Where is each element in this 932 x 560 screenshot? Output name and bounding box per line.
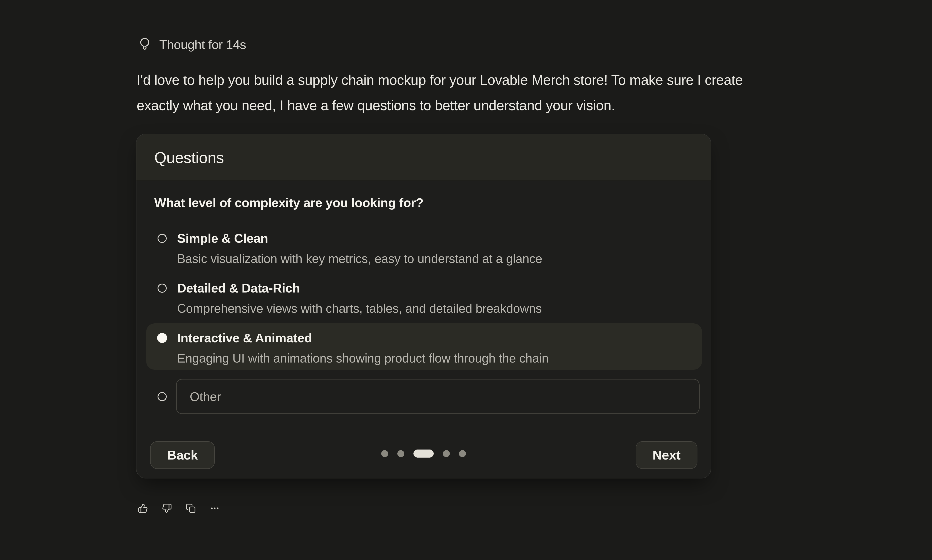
thumbs-up-button[interactable]: [138, 503, 148, 513]
pagination-dot: [459, 450, 466, 457]
radio-unchecked-icon[interactable]: [157, 234, 167, 243]
option-simple-clean[interactable]: Simple & Clean Basic visualization with …: [146, 224, 702, 270]
question-text: What level of complexity are you looking…: [154, 193, 424, 212]
thought-label: Thought for 14s: [159, 37, 246, 52]
thumbs-down-icon: [162, 503, 172, 513]
option-interactive-animated[interactable]: Interactive & Animated Engaging UI with …: [146, 323, 702, 370]
copy-button[interactable]: [186, 503, 196, 513]
option-other[interactable]: [146, 379, 702, 414]
message-actions: [138, 502, 220, 515]
option-texts: Interactive & Animated Engaging UI with …: [177, 330, 693, 366]
thumbs-down-button[interactable]: [162, 503, 172, 513]
card-title: Questions: [154, 134, 224, 181]
option-label: Detailed & Data-Rich: [177, 280, 693, 296]
thumbs-up-icon: [138, 503, 148, 513]
lightbulb-icon: [137, 37, 152, 52]
pagination-dot: [397, 450, 404, 457]
radio-unchecked-icon[interactable]: [157, 284, 167, 293]
pagination-dot-active: [413, 449, 434, 458]
questions-card: Questions What level of complexity are y…: [136, 134, 711, 478]
message-line: I'd love to help you build a supply chai…: [137, 68, 877, 93]
more-options-button[interactable]: [210, 503, 220, 513]
option-label: Interactive & Animated: [177, 330, 693, 346]
other-text-input[interactable]: [176, 379, 699, 414]
pagination-dot: [381, 450, 388, 457]
back-button[interactable]: Back: [150, 441, 215, 469]
copy-icon: [186, 503, 196, 513]
card-footer: Back Next: [136, 428, 711, 479]
thought-toggle[interactable]: Thought for 14s: [137, 37, 246, 52]
next-button[interactable]: Next: [636, 441, 698, 469]
option-label: Simple & Clean: [177, 231, 693, 246]
ellipsis-icon: [210, 503, 220, 513]
card-header: Questions: [136, 134, 711, 181]
option-description: Comprehensive views with charts, tables,…: [177, 300, 693, 316]
option-detailed-data-rich[interactable]: Detailed & Data-Rich Comprehensive views…: [146, 274, 702, 320]
radio-checked-icon[interactable]: [157, 333, 167, 343]
option-texts: Simple & Clean Basic visualization with …: [177, 231, 693, 266]
option-texts: Detailed & Data-Rich Comprehensive views…: [177, 280, 693, 316]
pagination-dot: [443, 450, 450, 457]
assistant-message: I'd love to help you build a supply chai…: [137, 68, 877, 118]
message-line: exactly what you need, I have a few ques…: [137, 93, 877, 118]
radio-unchecked-icon[interactable]: [157, 392, 167, 401]
pagination-dots: [136, 428, 711, 479]
option-description: Basic visualization with key metrics, ea…: [177, 251, 693, 266]
option-description: Engaging UI with animations showing prod…: [177, 350, 693, 366]
